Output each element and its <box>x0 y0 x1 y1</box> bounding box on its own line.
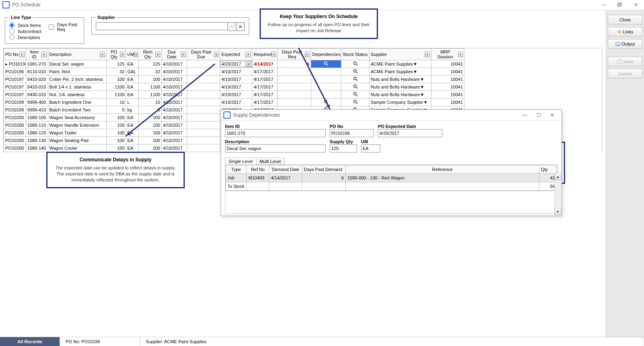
dropdown-icon[interactable]: ▼ <box>423 100 428 105</box>
table-row[interactable]: PO101978410-020Cotter Pin. 2 inch. stain… <box>4 76 464 83</box>
radio-descriptors[interactable] <box>9 35 14 40</box>
dropdown-icon[interactable]: ▼ <box>120 52 124 57</box>
column-header[interactable]: Days Past Demand <box>302 165 346 174</box>
cell-po-no: PO10200 <box>4 129 26 137</box>
dropdown-icon[interactable]: ▼ <box>305 52 310 57</box>
cell-days-past-due <box>187 91 220 99</box>
cell <box>247 182 269 191</box>
dropdown-icon[interactable]: ▼ <box>420 92 424 97</box>
table-row[interactable]: ▸ PO101961081-270Decal Set. wagon125EA12… <box>4 60 464 68</box>
cell-supplier[interactable]: ACME Paint Supplies▼ <box>369 60 431 68</box>
dropdown-icon[interactable]: ▼ <box>246 52 251 57</box>
dialog-scrollbar[interactable]: ▲ ▼ <box>554 173 561 215</box>
dropdown-icon[interactable]: ▼ <box>425 52 430 57</box>
cell-supplier[interactable]: ACME Paint Supplies▼ <box>369 68 431 76</box>
cell-stock-status[interactable] <box>341 68 369 76</box>
close-button[interactable]: Close <box>608 15 642 25</box>
column-header[interactable]: Rem Qty▼ <box>138 49 161 60</box>
dropdown-icon[interactable]: ▼ <box>420 77 424 82</box>
cell-stock-status[interactable] <box>341 60 369 68</box>
window-maximize-button[interactable] <box>612 0 628 10</box>
column-header[interactable]: Supplier▼ <box>369 49 431 60</box>
column-header[interactable]: Dependencies <box>311 49 341 60</box>
column-header[interactable]: UM▼ <box>126 49 139 60</box>
column-header[interactable]: Demand Date <box>269 165 302 174</box>
cell-supplier[interactable]: Sample Company Supplier▼ <box>369 99 431 106</box>
column-header[interactable]: Stock Status <box>341 49 369 60</box>
column-header[interactable]: Days Past Req▼ <box>278 49 311 60</box>
checkbox-days-past-req[interactable] <box>49 25 54 30</box>
cell-dependencies[interactable] <box>311 60 341 68</box>
window-close-button[interactable]: ✕ <box>628 0 644 10</box>
cell-due-date: 4/10/2017 <box>161 129 187 137</box>
column-header[interactable]: Expected▼ <box>220 49 252 60</box>
cell-stock-status[interactable] <box>341 99 369 106</box>
dialog-minimize-button[interactable]: — <box>518 110 532 120</box>
cell-item-id: 1080-140 <box>26 144 48 152</box>
supplier-input[interactable] <box>96 22 228 30</box>
supplier-lookup-button[interactable]: ⋯ <box>228 22 236 31</box>
column-header[interactable]: Ref No <box>247 165 269 174</box>
table-row[interactable]: PO101968110-010Paint. Red32GAL324/10/201… <box>4 68 464 76</box>
cell-due-date: 4/10/2017 <box>161 60 187 68</box>
radio-stock-items-label: Stock Items <box>18 23 41 28</box>
dropdown-icon[interactable]: ▼ <box>413 62 417 66</box>
cell-supplier[interactable]: Nuts and Bolts Hardware▼ <box>369 91 431 99</box>
cell-required: 4/17/2017 <box>252 68 278 76</box>
column-header[interactable]: Item ID▼ <box>26 49 48 60</box>
column-header[interactable]: Reference <box>346 165 539 174</box>
cell-supplier[interactable]: Nuts and Bolts Hardware▼ <box>369 76 431 83</box>
column-header[interactable]: PO Qty▼ <box>106 49 126 60</box>
output-button[interactable]: Output <box>608 39 642 49</box>
column-header[interactable]: Due Date▼ <box>161 49 187 60</box>
status-all-records[interactable]: All Records <box>0 337 60 346</box>
dropdown-icon[interactable]: ▼ <box>413 69 417 74</box>
cell-mrp-session: 10041 <box>431 60 464 68</box>
column-header[interactable]: PO No▼ <box>4 49 26 60</box>
cell-um: kg <box>126 106 139 114</box>
links-button[interactable]: Links <box>608 27 642 37</box>
table-row[interactable]: PO101978430-010Nut. 1/4. stainless1100EA… <box>4 91 464 99</box>
column-header[interactable]: Qty <box>539 165 557 174</box>
dropdown-icon[interactable]: ▼ <box>181 52 186 57</box>
dropdown-icon[interactable]: ▼ <box>41 52 47 57</box>
cell-mrp-session: 10041 <box>431 83 464 91</box>
cell-description: Batch Ingredient One <box>48 99 106 106</box>
dropdown-icon[interactable]: ▼ <box>214 52 219 57</box>
dropdown-icon[interactable]: ▼ <box>458 52 463 57</box>
cell-description: Nut. 1/4. stainless <box>48 91 106 99</box>
dependencies-grid[interactable]: TypeRef NoDemand DateDays Past DemandRef… <box>225 165 557 214</box>
table-row[interactable]: PO101978420-010Bolt 1/4 x 1. stainless11… <box>4 83 464 91</box>
dialog-maximize-button[interactable]: ☐ <box>532 110 545 120</box>
cell-stock-status[interactable] <box>341 91 369 99</box>
supplier-clear-button[interactable]: ✕ <box>236 22 245 31</box>
cell-po-no: PO10200 <box>4 137 26 144</box>
radio-subcontract[interactable] <box>9 29 14 34</box>
cell-po-qty: 100 <box>106 129 126 137</box>
cell-expected-editable[interactable]: 4/20/2017▼ <box>220 60 252 68</box>
dropdown-icon[interactable]: ▼ <box>19 52 25 57</box>
column-header[interactable]: Description▼ <box>48 49 106 60</box>
table-row[interactable]: PO101999999-400Batch Ingredient One10L10… <box>4 99 464 106</box>
dropdown-icon[interactable]: ▼ <box>100 52 105 57</box>
radio-stock-items[interactable] <box>9 23 14 28</box>
dropdown-icon[interactable]: ▼ <box>420 84 424 89</box>
tab-single-level[interactable]: Single Level <box>225 158 256 165</box>
column-header[interactable]: Type <box>226 165 247 174</box>
tab-multi-level[interactable]: Multi Level <box>256 158 285 165</box>
cell-supplier[interactable]: Nuts and Bolts Hardware▼ <box>369 83 431 91</box>
column-header[interactable]: Days Past Due▼ <box>187 49 220 60</box>
dialog-close-button[interactable]: ✕ <box>545 110 559 120</box>
dropdown-icon[interactable]: ▼ <box>155 52 160 57</box>
column-header[interactable]: MRP Session▼ <box>431 49 464 60</box>
table-row[interactable]: To Stock84 <box>226 182 557 191</box>
cell-stock-status[interactable] <box>341 76 369 83</box>
column-header[interactable]: Required▼ <box>252 49 278 60</box>
window-minimize-button[interactable]: — <box>596 0 612 10</box>
cell-stock-status[interactable] <box>341 83 369 91</box>
table-row[interactable]: JobM104094/14/201761080-000 - 100 - Red … <box>226 174 557 182</box>
svg-rect-0 <box>618 4 621 6</box>
dropdown-icon[interactable]: ▼ <box>272 52 277 57</box>
dropdown-icon[interactable]: ▼ <box>134 52 138 57</box>
dropdown-icon[interactable]: ▼ <box>246 62 251 67</box>
